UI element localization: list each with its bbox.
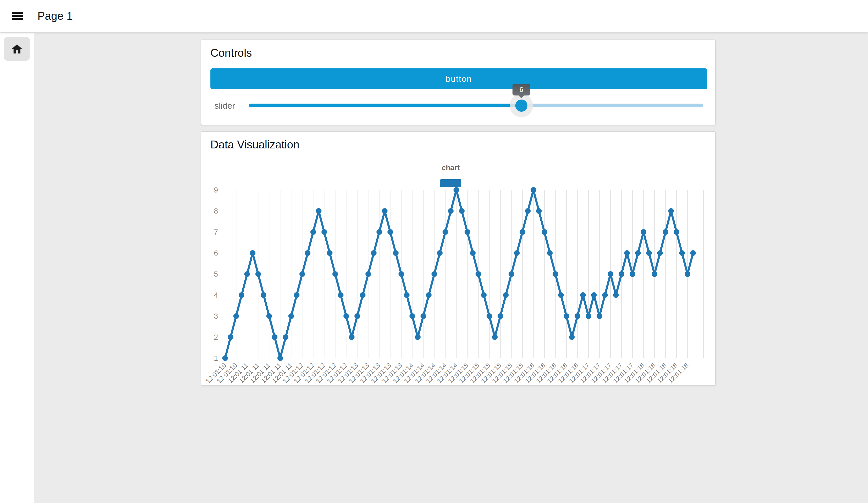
- y-tick-label: 9: [214, 186, 218, 194]
- data-point: [410, 313, 415, 319]
- data-point: [641, 229, 646, 235]
- data-point: [443, 229, 448, 235]
- data-point: [244, 271, 250, 277]
- legend-swatch: [440, 179, 461, 187]
- data-point: [376, 229, 382, 235]
- data-point: [255, 271, 261, 277]
- data-point: [432, 271, 437, 277]
- data-point: [338, 292, 344, 298]
- menu-icon[interactable]: [12, 11, 23, 21]
- data-point: [492, 334, 498, 340]
- data-point: [685, 271, 690, 277]
- data-point: [531, 187, 536, 193]
- data-point: [569, 334, 575, 340]
- data-point: [233, 313, 239, 319]
- data-point: [299, 271, 305, 277]
- data-point: [663, 229, 668, 235]
- action-button[interactable]: button: [210, 68, 707, 89]
- data-point: [552, 271, 558, 277]
- slider-track[interactable]: [249, 104, 703, 107]
- data-point: [250, 250, 256, 256]
- data-point: [321, 229, 327, 235]
- data-point: [525, 208, 531, 214]
- data-point: [415, 334, 421, 340]
- data-point: [354, 313, 360, 319]
- data-point: [690, 250, 696, 256]
- data-point: [239, 292, 244, 298]
- data-point: [448, 208, 454, 214]
- data-point: [294, 292, 300, 298]
- data-point: [498, 313, 503, 319]
- data-point: [635, 250, 641, 256]
- data-point: [382, 208, 388, 214]
- data-point: [564, 313, 569, 319]
- data-point: [668, 208, 674, 214]
- sidebar: [0, 33, 34, 503]
- chart-title: chart: [442, 164, 460, 172]
- controls-card-title: Controls: [210, 47, 252, 59]
- slider-label: slider: [215, 101, 235, 111]
- data-point: [597, 313, 602, 319]
- data-point: [608, 271, 613, 277]
- data-point: [580, 292, 586, 298]
- data-point: [277, 355, 283, 361]
- data-point: [541, 229, 547, 235]
- data-point: [602, 292, 608, 298]
- data-point: [630, 271, 635, 277]
- y-tick-label: 3: [214, 312, 218, 320]
- data-point: [360, 292, 366, 298]
- data-point: [624, 250, 630, 256]
- data-point: [261, 292, 266, 298]
- data-point: [613, 292, 619, 298]
- app-header: Page 1: [0, 0, 868, 32]
- data-point: [619, 271, 624, 277]
- data-point: [575, 313, 580, 319]
- data-point: [388, 229, 393, 235]
- data-point: [652, 271, 657, 277]
- sidebar-item-home[interactable]: [4, 37, 30, 61]
- data-point: [459, 208, 465, 214]
- data-point: [332, 271, 338, 277]
- data-point: [586, 313, 591, 319]
- data-point: [470, 250, 476, 256]
- data-point: [657, 250, 663, 256]
- y-tick-label: 1: [214, 354, 218, 362]
- data-point: [310, 229, 316, 235]
- data-point: [393, 250, 399, 256]
- data-point: [503, 292, 509, 298]
- data-point: [266, 313, 272, 319]
- data-point: [476, 271, 481, 277]
- data-point: [536, 208, 541, 214]
- slider-value-tooltip: 6: [513, 84, 530, 95]
- controls-card: Controls button slider 6: [201, 40, 716, 125]
- data-point: [465, 229, 470, 235]
- data-point: [371, 250, 376, 256]
- data-point: [399, 271, 404, 277]
- data-point: [558, 292, 564, 298]
- data-point: [283, 334, 288, 340]
- data-point: [547, 250, 553, 256]
- y-tick-label: 4: [214, 291, 218, 299]
- data-point: [316, 208, 322, 214]
- data-point: [487, 313, 492, 319]
- data-point: [509, 271, 514, 277]
- data-point: [343, 313, 349, 319]
- data-point: [404, 292, 410, 298]
- data-point: [679, 250, 685, 256]
- y-tick-label: 7: [214, 228, 218, 236]
- data-point: [272, 334, 278, 340]
- data-point: [228, 334, 234, 340]
- data-point: [222, 355, 228, 361]
- slider-handle[interactable]: [515, 100, 527, 112]
- y-tick-label: 6: [214, 249, 218, 257]
- y-tick-label: 5: [214, 270, 218, 278]
- data-point: [288, 313, 294, 319]
- data-point: [514, 250, 519, 256]
- data-point: [305, 250, 310, 256]
- data-point: [519, 229, 525, 235]
- data-point: [646, 250, 652, 256]
- data-point: [426, 292, 432, 298]
- data-point: [454, 187, 459, 193]
- data-point: [481, 292, 487, 298]
- data-point: [349, 334, 354, 340]
